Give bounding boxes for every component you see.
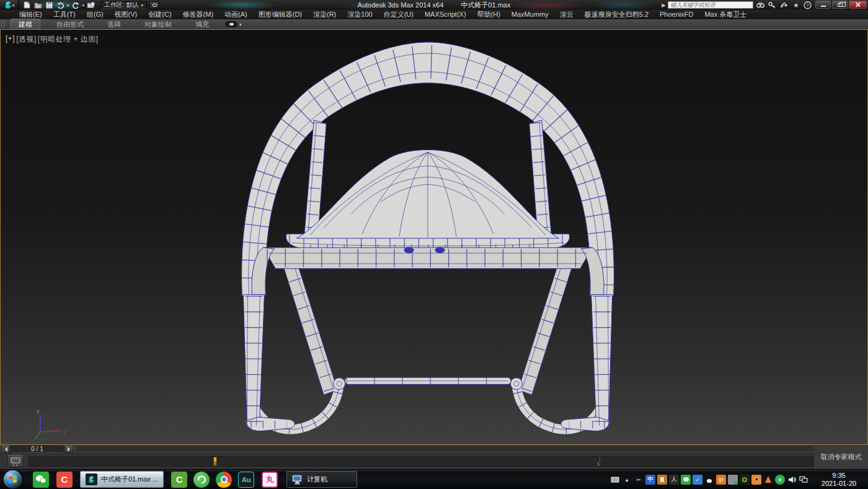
menu-tools[interactable]: 工具(T) [48, 10, 81, 19]
menu-modifiers[interactable]: 修改器(M) [177, 10, 219, 19]
clock-date: 2021-01-20 [813, 480, 864, 488]
ribbon-grip[interactable] [1, 21, 4, 28]
previous-frame-button[interactable] [1, 446, 10, 453]
frame-1-label: 1 [597, 461, 600, 467]
wechat-icon[interactable] [33, 472, 49, 488]
document-title: 中式椅子01.max [461, 1, 510, 10]
bottom-bar: 0 / 1 + + 0 1 取消专家模式 [0, 445, 868, 469]
windows-logo-icon [9, 475, 17, 483]
menu-render100[interactable]: 渲染100 [342, 10, 378, 19]
qq-icon[interactable] [704, 475, 714, 485]
taskbar-clock[interactable]: 9:35 2021-01-20 [813, 472, 864, 488]
workspace-extra-icon[interactable] [149, 1, 159, 9]
time-slider-track[interactable] [77, 446, 812, 452]
ime-badge-icon[interactable]: 中 [645, 475, 655, 485]
save-icon[interactable] [45, 1, 54, 9]
notes-orange-icon[interactable] [716, 475, 726, 485]
expander-icon[interactable]: ▴ [622, 475, 632, 485]
audition-icon[interactable]: Au [238, 472, 254, 488]
tab-object-paint[interactable]: 对象绘制 [137, 19, 179, 30]
track-bar[interactable]: 0 1 [29, 456, 813, 467]
viewport-menu-shading[interactable]: [明暗处理 + 边面] [38, 34, 99, 45]
wanzi-icon[interactable]: 丸 [262, 472, 278, 488]
key-icon[interactable] [768, 1, 777, 9]
star-icon[interactable]: ★ [791, 1, 800, 9]
satellite-icon[interactable] [779, 1, 789, 9]
close-button[interactable] [849, 1, 867, 9]
chevron-down-icon: ▾ [141, 3, 144, 7]
viewport-menu-general[interactable]: [+] [6, 34, 15, 45]
redo-dropdown-icon[interactable]: ▾ [82, 3, 85, 7]
camtasia-red-icon[interactable]: C [56, 472, 73, 488]
clip-tool-icon[interactable]: ✂ [634, 475, 644, 485]
new-file-icon[interactable] [22, 1, 32, 9]
undo-icon[interactable] [56, 1, 65, 9]
tab-freeform[interactable]: 自由形式 [49, 19, 91, 30]
tab-modeling[interactable]: 建模 [11, 19, 40, 30]
menu-maxscript[interactable]: MAXScript(X) [419, 10, 472, 19]
max-file-icon [86, 473, 97, 485]
menu-max-antivirus[interactable]: Max 杀毒卫士 [699, 10, 752, 19]
menu-archive-plugin[interactable]: 极速瘦身安全归档5.2 [579, 10, 654, 19]
redo-icon[interactable] [71, 1, 81, 9]
search-input[interactable] [668, 1, 753, 9]
usb-eject-icon[interactable] [728, 475, 738, 485]
current-frame-marker[interactable]: 0 [213, 457, 217, 466]
menu-maxmummy[interactable]: MaxMummy [506, 10, 554, 19]
viewport-menu-pov[interactable]: [透视] [16, 34, 37, 45]
camtasia-green-icon[interactable]: C [171, 472, 187, 488]
undo-dropdown-icon[interactable]: ▾ [67, 3, 69, 7]
camera-icon[interactable] [751, 475, 761, 485]
maximize-button[interactable] [832, 1, 848, 9]
taskbar-item-computer[interactable]: 计算机 [286, 471, 357, 488]
nvidia-icon[interactable] [740, 475, 750, 485]
title-bar: ▾ ▾ ▾ 工作区: 默认 ▾ [0, 0, 868, 10]
infocenter-search: ▶ ★ ? ▾ [662, 1, 817, 9]
chrome-icon[interactable] [216, 472, 232, 488]
workspace-dropdown[interactable]: 工作区: 默认 ▾ [100, 1, 147, 9]
menu-customize[interactable]: 自定义(U) [378, 10, 419, 19]
menu-graph-editors[interactable]: 图形编辑器(D) [253, 10, 308, 19]
shield-check-icon[interactable]: ✓ [693, 475, 702, 485]
tab-selection[interactable]: 选择 [100, 19, 128, 30]
search-binoculars-icon[interactable] [756, 1, 765, 9]
ribbon-minimize-icon[interactable] [225, 21, 237, 27]
time-slider-handle[interactable]: 0 / 1 [11, 446, 64, 453]
menu-views[interactable]: 视图(V) [109, 10, 143, 19]
quick-access-toolbar: ▾ ▾ [22, 1, 95, 9]
menu-animation[interactable]: 动画(A) [219, 10, 253, 19]
menu-phoenixfd[interactable]: PhoenixFD [654, 10, 699, 19]
mini-curve-editor-button[interactable]: + + [7, 455, 24, 468]
application-menu-button[interactable]: ▾ [0, 0, 19, 10]
ribbon-options-dropdown-icon[interactable]: ▾ [239, 22, 242, 27]
menu-edit[interactable]: 编辑(E) [14, 10, 48, 19]
usb-orange-icon[interactable] [657, 475, 667, 485]
help-icon[interactable]: ? [803, 1, 812, 9]
viewport-canvas[interactable]: z x [1, 30, 867, 444]
network-icon[interactable] [799, 475, 808, 485]
menu-create[interactable]: 创建(C) [143, 10, 177, 19]
clock-time: 9:35 [813, 472, 864, 480]
next-frame-button[interactable] [64, 446, 73, 453]
open-file-icon[interactable] [33, 1, 43, 9]
person-dark-icon[interactable]: 人 [669, 475, 679, 485]
wechat-tray-icon[interactable] [681, 475, 691, 485]
search-collapse-icon[interactable]: ▶ [662, 2, 665, 8]
windows-start-button[interactable] [4, 470, 22, 488]
cancel-expert-mode-button[interactable]: 取消专家模式 [813, 445, 868, 469]
viewport-label: [+] [透视] [明暗处理 + 边面] [6, 34, 99, 45]
menu-group[interactable]: 组(G) [81, 10, 109, 19]
keyboard-icon[interactable] [610, 475, 620, 485]
menu-xuanyun[interactable]: 渲云 [554, 10, 579, 19]
speaker-icon[interactable] [787, 475, 797, 485]
tab-populate[interactable]: 填充 [188, 19, 216, 30]
minimize-button[interactable] [815, 1, 831, 9]
menu-rendering[interactable]: 渲染(R) [308, 10, 342, 19]
taskbar-item-3dsmax[interactable]: 中式椅子01.max ... [80, 471, 164, 488]
menu-help[interactable]: 帮助(H) [472, 10, 506, 19]
browser-360-icon[interactable] [193, 472, 210, 488]
flame-icon[interactable] [763, 475, 773, 485]
perspective-viewport[interactable]: z x [+] [透视] [明暗处理 + 边面] [0, 29, 868, 445]
green-e-icon[interactable]: e [775, 475, 785, 485]
project-folder-icon[interactable] [86, 1, 95, 9]
